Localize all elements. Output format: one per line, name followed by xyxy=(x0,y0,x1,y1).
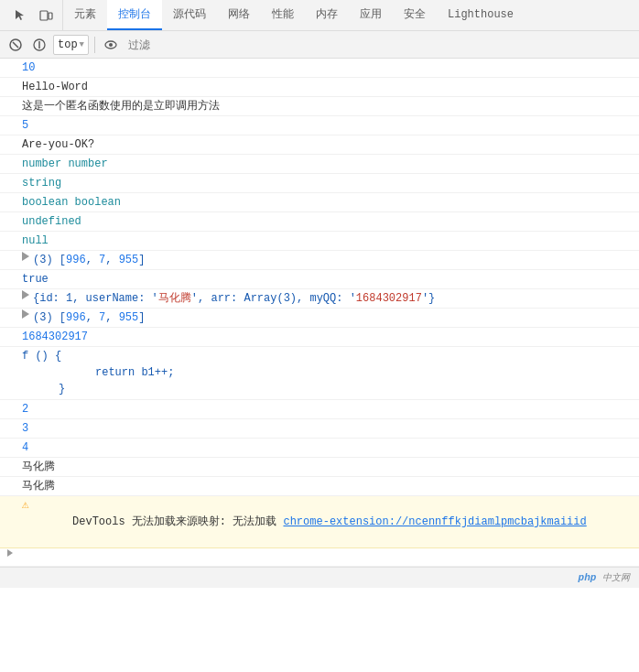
svg-rect-1 xyxy=(49,13,52,19)
svg-rect-0 xyxy=(40,11,48,20)
filter-input[interactable] xyxy=(125,38,634,51)
console-line: number number xyxy=(0,155,639,174)
console-line: Are-you-OK? xyxy=(0,135,639,155)
console-expand-line[interactable] xyxy=(0,548,639,567)
warning-line: ⚠ DevTools 无法加载来源映射: 无法加载 chrome-extensi… xyxy=(0,496,639,548)
console-line[interactable]: (3) [996, 7, 955] xyxy=(0,251,639,270)
console-value: Are-you-OK? xyxy=(22,136,94,153)
tab-console[interactable]: 控制台 xyxy=(107,0,162,30)
cursor-icon[interactable] xyxy=(9,5,31,27)
tab-security[interactable]: 安全 xyxy=(393,0,437,30)
warning-text: DevTools 无法加载来源映射: 无法加载 chrome-extension… xyxy=(33,497,587,547)
pause-button[interactable] xyxy=(29,35,49,55)
svg-line-3 xyxy=(13,42,18,48)
tab-sources[interactable]: 源代码 xyxy=(162,0,217,30)
console-value: 5 xyxy=(22,117,28,134)
console-value: 10 xyxy=(22,60,35,76)
tab-performance[interactable]: 性能 xyxy=(261,0,305,30)
console-line: 1684302917 xyxy=(0,328,639,347)
console-line: 马化腾 xyxy=(0,458,639,477)
console-line: 马化腾 xyxy=(0,477,639,496)
toolbar: top ▼ xyxy=(0,31,639,59)
warning-icon: ⚠ xyxy=(22,497,29,514)
console-value: boolean boolean xyxy=(22,194,121,211)
console-line: Hello-Word xyxy=(0,78,639,97)
console-value: Hello-Word xyxy=(22,79,88,95)
tab-application[interactable]: 应用 xyxy=(349,0,393,30)
clear-button[interactable] xyxy=(5,35,26,55)
expand-triangle-icon[interactable] xyxy=(22,309,29,319)
console-line: undefined xyxy=(0,212,639,232)
console-line[interactable]: (3) [996, 7, 955] xyxy=(0,309,639,328)
toolbar-divider xyxy=(94,37,95,53)
console-value: number number xyxy=(22,156,108,172)
console-line[interactable]: {id: 1, userName: '马化腾', arr: Array(3), … xyxy=(0,289,639,309)
console-line: 5 xyxy=(0,116,639,135)
console-output: 10 Hello-Word 这是一个匿名函数使用的是立即调用方法 5 Are-y… xyxy=(0,59,639,672)
tab-memory[interactable]: 内存 xyxy=(305,0,349,30)
console-line: 10 xyxy=(0,59,639,78)
console-value: (3) [996, 7, 955] xyxy=(33,309,145,326)
php-logo: php 中文网 xyxy=(579,571,630,584)
warning-link[interactable]: chrome-extension://ncennffkjdiamlpmcbajk… xyxy=(283,515,586,528)
console-value: 马化腾 xyxy=(22,459,55,475)
console-value: } xyxy=(22,381,174,397)
tab-network[interactable]: 网络 xyxy=(217,0,261,30)
context-selector[interactable]: top ▼ xyxy=(53,35,89,55)
console-value: {id: 1, userName: '马化腾', arr: Array(3), … xyxy=(33,290,435,307)
nav-bar: 元素 控制台 源代码 网络 性能 内存 应用 安全 Lighthouse xyxy=(0,0,639,31)
console-value: string xyxy=(22,175,61,191)
console-line: 2 xyxy=(0,400,639,419)
console-value: true xyxy=(22,271,49,287)
expand-triangle-icon[interactable] xyxy=(22,252,29,261)
console-value: 3 xyxy=(22,420,28,437)
context-label: top xyxy=(58,38,78,51)
console-line: 这是一个匿名函数使用的是立即调用方法 xyxy=(0,97,639,116)
console-line: true xyxy=(0,270,639,289)
tab-elements[interactable]: 元素 xyxy=(63,0,107,30)
console-line: null xyxy=(0,232,639,251)
console-value: f () { xyxy=(22,348,174,364)
eye-button[interactable] xyxy=(101,35,121,55)
device-icon[interactable] xyxy=(35,5,57,27)
chevron-right-icon[interactable] xyxy=(7,549,13,557)
console-value: 1684302917 xyxy=(22,329,88,345)
nav-tabs: 元素 控制台 源代码 网络 性能 内存 应用 安全 Lighthouse xyxy=(63,0,635,30)
console-value: undefined xyxy=(22,213,81,230)
nav-icons xyxy=(4,0,63,30)
console-value: return b1++; xyxy=(22,364,174,381)
console-value: null xyxy=(22,233,49,249)
console-value: 4 xyxy=(22,439,28,456)
expand-triangle-icon[interactable] xyxy=(22,290,29,299)
svg-point-7 xyxy=(109,43,113,47)
console-line: string xyxy=(0,174,639,193)
console-line: 4 xyxy=(0,439,639,458)
dropdown-arrow: ▼ xyxy=(80,40,84,49)
console-value: (3) [996, 7, 955] xyxy=(33,252,145,268)
console-value: 2 xyxy=(22,401,28,417)
console-value: 马化腾 xyxy=(22,478,55,494)
tab-lighthouse[interactable]: Lighthouse xyxy=(437,0,525,30)
console-value: 这是一个匿名函数使用的是立即调用方法 xyxy=(22,98,220,114)
console-line: 3 xyxy=(0,419,639,439)
console-line: boolean boolean xyxy=(0,193,639,212)
console-line: f () { return b1++; } xyxy=(0,347,639,400)
